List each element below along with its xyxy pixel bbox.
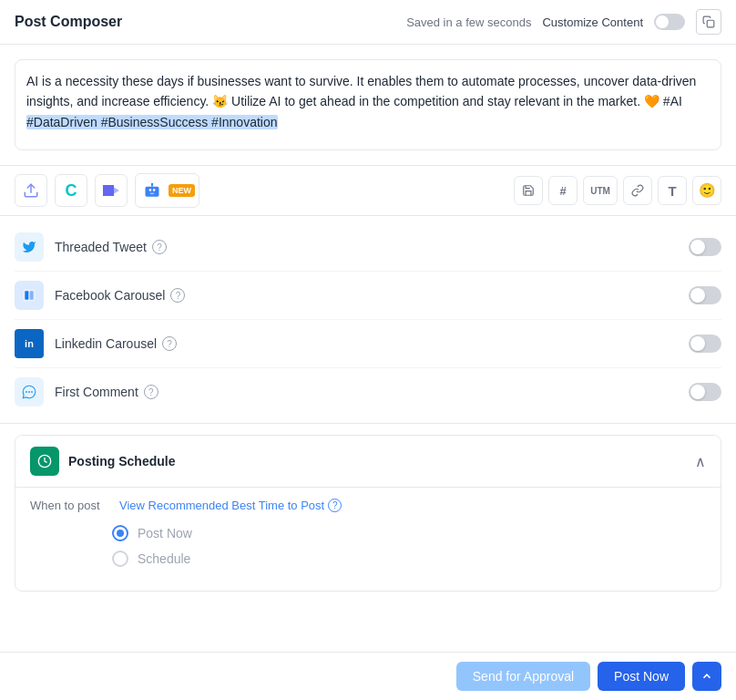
copy-icon (702, 15, 715, 28)
first-comment-help[interactable]: ? (144, 385, 158, 399)
threaded-tweet-label: Threaded Tweet ? (55, 240, 678, 254)
collapse-icon: ∧ (695, 453, 706, 470)
facebook-carousel-label: Facebook Carousel ? (55, 288, 678, 303)
utm-button[interactable]: UTM (583, 176, 618, 205)
twitter-icon (15, 232, 44, 262)
schedule-header[interactable]: Posting Schedule ∧ (15, 436, 721, 487)
svg-rect-0 (707, 20, 714, 27)
schedule-body: When to post View Recommended Best Time … (15, 487, 721, 591)
svg-rect-7 (150, 193, 155, 195)
toolbar-right: # UTM T 🙂 (514, 176, 721, 205)
canva-button[interactable]: C (55, 174, 87, 207)
when-label: When to post (30, 499, 112, 512)
svg-marker-3 (114, 187, 119, 193)
schedule-icon (30, 447, 59, 476)
new-badge: NEW (169, 184, 195, 197)
robot-icon (143, 181, 161, 200)
schedule-header-left: Posting Schedule (30, 447, 175, 476)
customize-toggle[interactable] (654, 14, 685, 30)
svg-rect-4 (146, 187, 159, 197)
options-section: Threaded Tweet ? Facebook Carousel ? (0, 216, 736, 424)
linkedin-carousel-row: in Linkedin Carousel ? (15, 320, 721, 368)
question-circle-icon: ? (328, 499, 342, 512)
posting-schedule-section: Posting Schedule ∧ When to post View Rec… (15, 435, 721, 592)
facebook-carousel-toggle[interactable] (689, 286, 721, 304)
post-now-radio-label: Post Now (138, 526, 192, 540)
footer: Send for Approval Post Now (0, 652, 736, 700)
saved-status: Saved in a few seconds (406, 15, 531, 29)
threaded-tweet-help[interactable]: ? (152, 240, 167, 254)
svg-rect-6 (153, 189, 156, 191)
bot-button[interactable]: NEW (135, 173, 199, 208)
first-comment-label: First Comment ? (55, 385, 678, 399)
schedule-radio-label: Schedule (138, 551, 190, 566)
view-recommended-link[interactable]: View Recommended Best Time to Post ? (119, 499, 342, 512)
linkedin-carousel-help[interactable]: ? (162, 336, 177, 351)
post-now-radio-circle[interactable] (112, 525, 128, 541)
upload-button[interactable] (15, 174, 47, 207)
facebook-carousel-row: Facebook Carousel ? (15, 272, 721, 320)
header-right: Saved in a few seconds Customize Content (406, 9, 721, 35)
svg-marker-2 (103, 185, 114, 196)
svg-point-9 (151, 183, 154, 186)
toolbar-left: C (15, 173, 199, 208)
composer-area: AI is a necessity these days if business… (0, 45, 736, 166)
hashtag-button[interactable]: # (548, 176, 578, 205)
linkedin-icon: in (15, 329, 44, 358)
post-composer-container: Post Composer Saved in a few seconds Cus… (0, 0, 736, 700)
customize-label: Customize Content (542, 15, 643, 29)
upload-icon (23, 182, 39, 199)
spacer (0, 602, 736, 652)
threaded-tweet-row: Threaded Tweet ? (15, 223, 721, 272)
link-button[interactable] (623, 176, 652, 205)
first-comment-toggle[interactable] (689, 383, 721, 401)
schedule-radio[interactable]: Schedule (30, 551, 706, 567)
svg-rect-12 (30, 291, 34, 299)
linkedin-carousel-toggle[interactable] (689, 335, 721, 353)
comment-icon-wrap (15, 377, 44, 407)
post-text-area[interactable]: AI is a necessity these days if business… (15, 59, 721, 150)
copy-button[interactable] (696, 9, 721, 35)
facebook-carousel-help[interactable]: ? (170, 288, 185, 303)
text-format-button[interactable]: T (658, 176, 687, 205)
svg-rect-11 (25, 291, 28, 299)
canva-icon: C (66, 181, 77, 201)
link-icon (631, 184, 644, 197)
comment-icon (21, 384, 37, 400)
video-button[interactable] (95, 174, 128, 207)
emoji-button[interactable]: 🙂 (692, 176, 721, 205)
page-title: Post Composer (15, 14, 122, 30)
toolbar: C (0, 166, 736, 216)
post-now-button[interactable]: Post Now (598, 662, 685, 691)
when-to-post-row: When to post View Recommended Best Time … (30, 499, 706, 512)
video-icon (103, 184, 119, 197)
post-now-radio[interactable]: Post Now (30, 525, 706, 541)
first-comment-row: First Comment ? (15, 368, 721, 416)
schedule-title: Posting Schedule (68, 454, 175, 468)
save-icon (522, 184, 535, 197)
scroll-up-button[interactable] (692, 662, 721, 691)
save-template-button[interactable] (514, 176, 543, 205)
threaded-tweet-toggle[interactable] (689, 238, 721, 256)
header: Post Composer Saved in a few seconds Cus… (0, 0, 736, 45)
facebook-icon (15, 281, 44, 310)
svg-rect-5 (149, 189, 152, 191)
bot-icon (136, 174, 169, 207)
schedule-radio-circle[interactable] (112, 551, 128, 567)
send-approval-button[interactable]: Send for Approval (456, 662, 590, 691)
chevron-up-icon (700, 670, 713, 683)
linkedin-carousel-label: Linkedin Carousel ? (55, 336, 678, 351)
